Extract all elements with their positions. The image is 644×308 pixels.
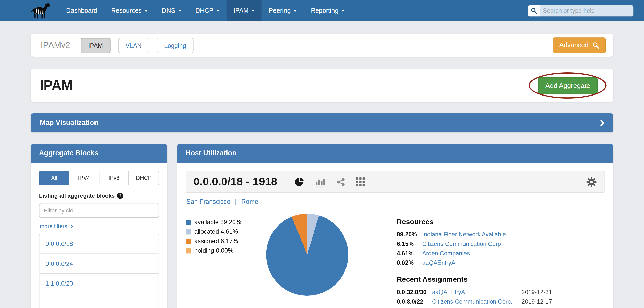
resources-title: Resources xyxy=(397,218,552,226)
nav-item-dashboard[interactable]: Dashboard xyxy=(59,0,104,21)
caret-down-icon xyxy=(216,10,220,12)
tab-ipam[interactable]: IPAM xyxy=(81,38,110,53)
add-aggregate-button[interactable]: Add Aggregate xyxy=(538,77,598,94)
nav-item-dns[interactable]: DNS xyxy=(155,0,188,21)
search-icon[interactable] xyxy=(528,5,540,16)
nav-item-label: DHCP xyxy=(195,7,213,14)
zebra-logo[interactable] xyxy=(29,2,53,20)
legend-swatch xyxy=(186,239,191,244)
listing-label-row: Listing all aggregate blocks ? xyxy=(39,192,159,199)
resource-percent: 4.61% xyxy=(397,250,422,257)
legend-label: holding 0.00% xyxy=(194,247,233,254)
assignment-date: 2019-12-31 xyxy=(522,289,552,295)
advanced-button-label: Advanced xyxy=(559,41,588,49)
resource-row: 89.20% Indiana Fiber Network Available xyxy=(397,231,552,238)
filter-ipv4-button[interactable]: IPV4 xyxy=(69,171,99,185)
utilization-content: available 89.20% allocated 4.61% assigne… xyxy=(186,214,605,307)
pie-legend: available 89.20% allocated 4.61% assigne… xyxy=(186,214,266,307)
more-filters-label: more filters xyxy=(40,223,67,229)
aggregate-title: 0.0.0.0/18 - 1918 xyxy=(194,175,277,188)
legend-swatch xyxy=(186,248,191,253)
search-input[interactable] xyxy=(540,7,633,14)
aggregate-block-link-partial[interactable] xyxy=(39,293,158,308)
nav-item-reporting[interactable]: Reporting xyxy=(304,0,352,21)
app-root: Dashboard Resources DNS DHCP IPAM Peerin… xyxy=(0,0,644,308)
listing-label: Listing all aggregate blocks xyxy=(39,192,115,199)
host-utilization-panel: Host Utilization 0.0.0.0/18 - 1918 xyxy=(177,144,613,308)
cidr-filter-input[interactable] xyxy=(39,203,159,218)
legend-item-holding: holding 0.00% xyxy=(186,247,266,254)
legend-item-allocated: allocated 4.61% xyxy=(186,228,266,235)
zebra-logo-image xyxy=(29,2,52,19)
recent-assignment-row: 0.0.32.0/30 aaQAEntryA 2019-12-31 xyxy=(397,289,552,295)
filter-ipv6-button[interactable]: IPv6 xyxy=(99,171,129,185)
legend-label: assigned 6.17% xyxy=(194,238,238,244)
aggregate-block-link[interactable]: 1.1.0.0/20 xyxy=(39,274,158,293)
nav-item-ipam[interactable]: IPAM xyxy=(226,0,262,21)
more-filters-link[interactable]: more filters xyxy=(40,223,73,229)
add-aggregate-wrap: Add Aggregate xyxy=(538,77,598,94)
region-separator: | xyxy=(235,198,236,205)
ipamv2-toolbar: IPAMv2 IPAM VLAN Logging Advanced xyxy=(31,34,613,57)
host-utilization-header: Host Utilization xyxy=(177,144,613,163)
grid-icon[interactable] xyxy=(356,177,365,186)
nav-item-resources[interactable]: Resources xyxy=(104,0,155,21)
map-visualization-label: Map Visualization xyxy=(40,119,98,127)
utilization-title-strip: 0.0.0.0/18 - 1918 xyxy=(186,171,605,193)
bar-chart-icon[interactable] xyxy=(315,177,326,186)
nav-item-label: Dashboard xyxy=(66,7,97,14)
toolbar-title: IPAMv2 xyxy=(41,40,70,50)
resource-percent: 6.15% xyxy=(397,241,422,247)
nav-item-label: Peering xyxy=(269,7,291,14)
assignment-date: 2019-12-17 xyxy=(522,298,552,305)
advanced-button[interactable]: Advanced xyxy=(553,37,606,53)
view-toggle-icons xyxy=(295,177,365,187)
region-link-rome[interactable]: Rome xyxy=(241,198,258,205)
legend-item-assigned: assigned 6.17% xyxy=(186,238,266,244)
filter-all-button[interactable]: All xyxy=(39,171,69,185)
nav-item-label: Reporting xyxy=(311,7,338,14)
resource-link[interactable]: Indiana Fiber Network Available xyxy=(422,231,506,238)
global-search xyxy=(528,5,633,16)
utilization-pie-chart xyxy=(266,214,348,296)
chevron-right-icon xyxy=(598,120,604,126)
nav-item-peering[interactable]: Peering xyxy=(262,0,304,21)
utilization-details: Resources 89.20% Indiana Fiber Network A… xyxy=(397,214,552,307)
nav-item-dhcp[interactable]: DHCP xyxy=(188,0,226,21)
nav-item-label: Resources xyxy=(111,7,142,14)
search-icon xyxy=(592,42,599,49)
aggregate-blocks-header: Aggregate Blocks xyxy=(31,144,167,163)
caret-down-icon xyxy=(341,10,345,12)
region-link-san-franscisco[interactable]: San Franscisco xyxy=(186,198,230,205)
share-icon[interactable] xyxy=(337,177,345,186)
page-title: IPAM xyxy=(40,78,73,93)
resource-percent: 0.02% xyxy=(397,260,422,266)
top-navbar: Dashboard Resources DNS DHCP IPAM Peerin… xyxy=(0,0,644,21)
legend-swatch xyxy=(186,229,191,234)
aggregate-block-link[interactable]: 0.0.0.0/18 xyxy=(39,234,158,254)
resource-row: 4.61% Arden Companies xyxy=(397,250,552,257)
resource-row: 6.15% Citizens Communication Corp. xyxy=(397,241,552,247)
legend-label: available 89.20% xyxy=(194,219,241,226)
assignment-resource-link[interactable]: Citizens Communication Corp. xyxy=(432,298,522,305)
legend-item-available: available 89.20% xyxy=(186,219,266,226)
resource-link[interactable]: Arden Companies xyxy=(422,250,470,257)
gear-icon[interactable] xyxy=(586,176,597,187)
resource-link[interactable]: aaQAEntryA xyxy=(422,260,455,266)
pie-chart-icon[interactable] xyxy=(295,177,305,187)
assignment-cidr: 0.0.32.0/30 xyxy=(397,289,432,295)
page-header: IPAM Add Aggregate xyxy=(31,69,613,102)
tab-logging[interactable]: Logging xyxy=(157,38,194,53)
region-links: San Franscisco | Rome xyxy=(186,193,605,205)
aggregate-block-link[interactable]: 0.0.0.0/24 xyxy=(39,254,158,274)
nav-item-label: IPAM xyxy=(234,7,249,14)
assignment-resource-link[interactable]: aaQAEntryA xyxy=(432,289,522,295)
resource-percent: 89.20% xyxy=(397,231,422,238)
help-icon[interactable]: ? xyxy=(117,193,123,199)
resource-link[interactable]: Citizens Communication Corp. xyxy=(422,241,503,247)
resource-row: 0.02% aaQAEntryA xyxy=(397,260,552,266)
aggregate-filter-group: All IPV4 IPv6 DHCP xyxy=(39,171,159,185)
filter-dhcp-button[interactable]: DHCP xyxy=(129,171,159,185)
map-visualization-bar[interactable]: Map Visualization xyxy=(31,113,613,132)
tab-vlan[interactable]: VLAN xyxy=(118,38,149,53)
